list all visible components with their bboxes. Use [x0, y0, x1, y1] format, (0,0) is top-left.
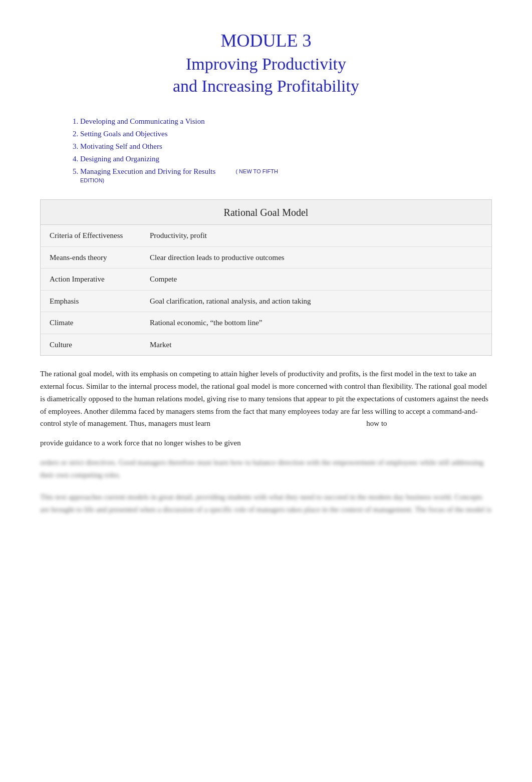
row-value: Compete [141, 269, 491, 291]
body-paragraph-1: The rational goal model, with its emphas… [40, 368, 492, 430]
toc-edition-badge: EDITION) [80, 177, 104, 183]
row-label: Culture [41, 334, 141, 355]
how-to-spacer [212, 419, 365, 427]
toc-link-5[interactable]: Managing Execution and Driving for Resul… [80, 167, 215, 175]
rational-goal-table: Criteria of EffectivenessProductivity, p… [41, 225, 491, 355]
row-label: Action Imperative [41, 269, 141, 291]
table-of-contents: Developing and Communicating a Vision Se… [70, 117, 492, 184]
toc-item-2[interactable]: Setting Goals and Objectives [80, 130, 492, 138]
toc-item-4[interactable]: Designing and Organizing [80, 155, 492, 163]
row-label: Means-ends theory [41, 246, 141, 269]
rational-goal-model-section: Rational Goal Model Criteria of Effectiv… [40, 199, 492, 356]
title-line2: and Increasing Profitability [173, 77, 359, 95]
row-value: Productivity, profit [141, 225, 491, 246]
row-value: Rational economic, “the bottom line” [141, 312, 491, 334]
body-provide-text: provide guidance to a work force that no… [40, 439, 241, 447]
table-row: CultureMarket [41, 334, 491, 355]
rational-goal-title: Rational Goal Model [41, 200, 491, 225]
how-to-text: how to [366, 419, 387, 427]
module-title: Improving Productivity and Increasing Pr… [40, 53, 492, 97]
row-label: Criteria of Effectiveness [41, 225, 141, 246]
row-value: Goal clarification, rational analysis, a… [141, 290, 491, 312]
toc-link-2[interactable]: Setting Goals and Objectives [80, 130, 168, 138]
table-row: Means-ends theoryClear direction leads t… [41, 246, 491, 269]
row-label: Climate [41, 312, 141, 334]
toc-link-3[interactable]: Motivating Self and Others [80, 142, 162, 150]
body-paragraph-2: provide guidance to a work force that no… [40, 437, 492, 449]
table-row: ClimateRational economic, “the bottom li… [41, 312, 491, 334]
title-line1: Improving Productivity [186, 55, 346, 73]
table-row: Criteria of EffectivenessProductivity, p… [41, 225, 491, 246]
new-to-fifth-label: ( NEW TO FIFTH [235, 168, 278, 174]
toc-item-3[interactable]: Motivating Self and Others [80, 142, 492, 151]
body-text-section: The rational goal model, with its emphas… [40, 368, 492, 516]
toc-link-4[interactable]: Designing and Organizing [80, 155, 159, 163]
table-row: EmphasisGoal clarification, rational ana… [41, 290, 491, 312]
page-header: MODULE 3 Improving Productivity and Incr… [40, 30, 492, 97]
toc-link-1[interactable]: Developing and Communicating a Vision [80, 117, 205, 125]
toc-item-1[interactable]: Developing and Communicating a Vision [80, 117, 492, 126]
row-value: Clear direction leads to productive outc… [141, 246, 491, 269]
toc-item-5[interactable]: Managing Execution and Driving for Resul… [80, 167, 492, 184]
row-label: Emphasis [41, 290, 141, 312]
blurred-section: orders or strict directives. Good manage… [40, 456, 492, 516]
module-number: MODULE 3 [40, 30, 492, 51]
blurred-paragraph-1: orders or strict directives. Good manage… [40, 456, 492, 481]
table-row: Action ImperativeCompete [41, 269, 491, 291]
blurred-paragraph-2: This text approaches current models in g… [40, 491, 492, 516]
row-value: Market [141, 334, 491, 355]
toc-list: Developing and Communicating a Vision Se… [70, 117, 492, 184]
